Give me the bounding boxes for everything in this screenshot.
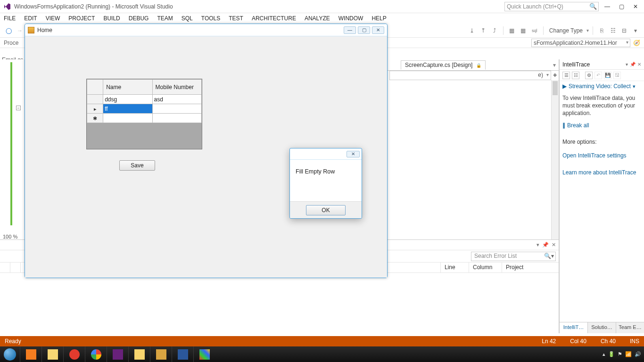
ok-button[interactable]: OK (306, 205, 346, 215)
change-type-dropdown[interactable]: Change Type (547, 27, 585, 34)
minimize-button[interactable]: — (602, 2, 613, 11)
dgv-col-name[interactable]: Name (103, 80, 152, 95)
taskbar-item[interactable] (193, 346, 215, 362)
table-row[interactable]: ff (87, 104, 202, 114)
error-search-input[interactable]: Search Error List 🔍▾ (471, 252, 556, 261)
gear-icon[interactable]: ⚙ (585, 72, 593, 79)
scope-combo[interactable]: sFormsApplication2.Home11.Hor (531, 39, 630, 47)
menu-debug[interactable]: DEBUG (129, 15, 149, 22)
close-icon[interactable]: ✕ (637, 62, 641, 67)
design-object-combo[interactable]: e) (389, 71, 551, 80)
msgbox-close-button[interactable]: ✕ (347, 151, 360, 157)
dgv-rowheader-current[interactable] (87, 104, 103, 114)
taskbar-item[interactable] (128, 346, 150, 362)
home-close-button[interactable]: ✕ (372, 26, 384, 34)
dgv-cell-selected[interactable]: ff (103, 104, 152, 114)
msgbox-titlebar[interactable]: ✕ (290, 148, 362, 160)
menu-help[interactable]: HELP (372, 15, 386, 22)
break-all-link[interactable]: ∥ Break all (562, 122, 641, 129)
tab-dropdown-icon[interactable]: ▾ (553, 62, 556, 68)
menu-window[interactable]: WINDOW (339, 15, 363, 22)
home-titlebar[interactable]: Home — ▢ ✕ (25, 24, 387, 36)
col-column[interactable]: Column (469, 263, 502, 272)
menu-build[interactable]: BUILD (103, 15, 120, 22)
dgv-cell[interactable] (152, 114, 201, 123)
zoom-level[interactable]: 100 % (3, 234, 17, 239)
toolbar-icon[interactable]: ⊟ (619, 26, 629, 35)
taskbar-item[interactable] (172, 346, 193, 362)
nav-forward-icon[interactable]: → (15, 26, 25, 35)
combo-icon[interactable]: 🧭 (633, 40, 640, 46)
dgv-cell[interactable]: asd (152, 95, 201, 104)
tab-intellitrace[interactable]: IntelliT… (560, 322, 588, 333)
menu-tools[interactable]: TOOLS (201, 15, 220, 22)
menu-sql[interactable]: SQL (182, 15, 193, 22)
menu-project[interactable]: PROJECT (68, 15, 95, 22)
save-button[interactable]: Save (119, 160, 155, 171)
home-minimize-button[interactable]: — (344, 26, 356, 34)
learn-more-link[interactable]: Learn more about IntelliTrace (562, 169, 636, 176)
dgv-col-mobile[interactable]: Mobile Number (152, 80, 201, 95)
view-detail-icon[interactable]: ☷ (572, 72, 579, 79)
save-all-icon[interactable]: 🖫 (613, 72, 621, 79)
view-list-icon[interactable]: ☰ (562, 72, 570, 79)
grid-icon[interactable]: ▦ (507, 26, 517, 35)
col-line[interactable]: Line (441, 263, 469, 272)
save-icon[interactable]: 💾 (604, 72, 611, 79)
col-num[interactable] (10, 263, 21, 272)
taskbar-item-vs[interactable] (107, 346, 128, 362)
taskbar-item[interactable] (41, 346, 63, 362)
start-button[interactable] (0, 346, 20, 362)
dgv-rowheader-new[interactable] (87, 114, 103, 123)
col-icon[interactable] (0, 263, 10, 272)
undo-icon[interactable]: ↶ (594, 72, 602, 79)
taskbar-item[interactable] (150, 346, 172, 362)
taskbar-item[interactable] (63, 346, 85, 362)
table-row-new[interactable] (87, 114, 202, 123)
quick-launch-input[interactable]: Quick Launch (Ctrl+Q) 🔍 (504, 2, 599, 11)
restore-button[interactable]: ▢ (616, 2, 627, 11)
table-row[interactable]: ddsg asd (87, 95, 202, 104)
dgv-cell[interactable]: ddsg (103, 95, 152, 104)
toolbar-overflow-icon[interactable]: ▾ (631, 26, 640, 35)
streaming-video-link[interactable]: ▶ Streaming Video: Collect ▾ (560, 81, 644, 91)
close-button[interactable]: ✕ (630, 2, 641, 11)
tray-chevron-icon[interactable]: ▴ (603, 351, 605, 357)
toolbar-icon[interactable]: ⎘ (597, 26, 606, 35)
doc-tab-screencapture[interactable]: ScreenCapture.cs [Design] 🔒 (401, 60, 486, 70)
close-icon[interactable]: ✕ (552, 242, 556, 248)
system-tray[interactable]: ▴ 🔋 ⚑ 📶 🔊 (603, 351, 644, 357)
dgv-rowheader[interactable] (87, 95, 103, 104)
pin-icon[interactable]: 📌 (630, 62, 636, 67)
scroll-thumb[interactable] (553, 81, 558, 95)
debug-step-icon[interactable]: ⤒ (479, 26, 488, 35)
menu-team[interactable]: TEAM (157, 15, 173, 22)
sql-icon[interactable]: sql (530, 26, 539, 35)
home-maximize-button[interactable]: ▢ (358, 26, 370, 34)
dgv-cell[interactable] (152, 104, 201, 114)
split-icon[interactable]: ✚ (551, 73, 559, 80)
toolbar-icon[interactable]: ☷ (608, 26, 618, 35)
pin-icon[interactable]: 📌 (542, 242, 549, 248)
tray-volume-icon[interactable]: 🔊 (635, 351, 641, 357)
taskbar-item[interactable] (20, 346, 41, 362)
nav-back-icon[interactable]: ◯ (4, 26, 13, 35)
dgv-corner[interactable] (87, 80, 103, 95)
fold-toggle-icon[interactable]: − (16, 106, 21, 110)
col-project[interactable]: Project (502, 263, 559, 272)
debug-step-icon[interactable]: ⤓ (467, 26, 477, 35)
tab-solution[interactable]: Solutio… (588, 322, 616, 333)
tab-team-explorer[interactable]: Team E… (616, 322, 644, 333)
menu-test[interactable]: TEST (229, 15, 243, 22)
menu-analyze[interactable]: ANALYZE (305, 15, 330, 22)
menu-architecture[interactable]: ARCHITECTURE (252, 15, 296, 22)
menu-edit[interactable]: EDIT (24, 15, 37, 22)
panel-dropdown-icon[interactable]: ▾ (626, 62, 628, 67)
datagridview[interactable]: Name Mobile Number ddsg asd ff (86, 79, 202, 149)
menu-file[interactable]: FILE (4, 15, 16, 22)
panel-dropdown-icon[interactable]: ▾ (537, 242, 539, 248)
debug-step-icon[interactable]: ⤴ (490, 26, 499, 35)
dgv-cell[interactable] (103, 114, 152, 123)
open-settings-link[interactable]: Open IntelliTrace settings (562, 152, 627, 159)
taskbar-item[interactable] (85, 346, 107, 362)
